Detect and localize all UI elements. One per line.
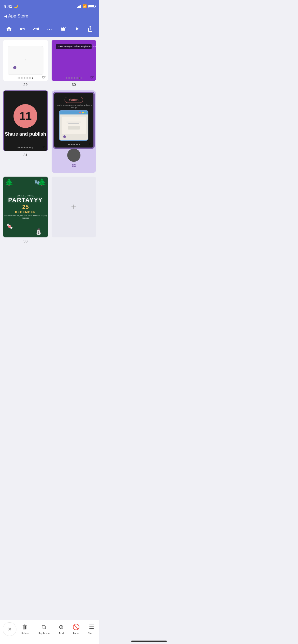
slide-31-text: Share and publish: [5, 131, 46, 137]
play-icon: [74, 26, 80, 32]
appstore-bar[interactable]: ◀ App Store: [0, 12, 99, 21]
status-time: 9:41: [4, 4, 12, 8]
page-thumb-30[interactable]: Make sure you select 'Replace current pa…: [52, 40, 96, 81]
hand-icon-32: ☞: [88, 141, 91, 146]
page-item-31[interactable]: 11 Share and publish: [3, 90, 48, 173]
christmas-text: JOIN US FOR A PARTAYYY 25 DECEMBER 123 A…: [3, 195, 48, 219]
snowman-icon: ⛄: [35, 228, 43, 235]
appstore-label: App Store: [8, 13, 28, 19]
moon-icon: 🌙: [14, 4, 18, 8]
home-button[interactable]: [3, 23, 15, 35]
page-number-32: 32: [72, 163, 76, 168]
status-left: 9:41 🌙: [4, 4, 18, 8]
page-thumb-32[interactable]: Watch How to share, present and download…: [54, 93, 94, 148]
undo-button[interactable]: [17, 23, 28, 35]
page-grid: 3 ☞ 2: [3, 40, 96, 270]
share-button[interactable]: [84, 23, 96, 35]
add-page-icon: +: [71, 201, 76, 213]
mitten-icon: 🧤: [34, 179, 40, 185]
join-us-text: JOIN US FOR A: [3, 195, 48, 197]
main-content: 3 ☞ 2: [0, 37, 99, 270]
slide-32-phone: [59, 110, 88, 141]
page-number-29: 29: [23, 82, 28, 87]
address-text: 123 ANYWHERE ST., ANY CITY RSVP JENNIFER…: [3, 215, 48, 219]
slide-31-content: 11 Share and publish: [3, 90, 48, 151]
circle-indicator: [67, 149, 80, 162]
slide-32-content: Watch How to share, present and download…: [54, 93, 94, 148]
undo-icon: [19, 26, 26, 32]
slide-33-content: 🌲 🌲 🧤 🍬 ⛄ JOIN US FOR A PARTAYYY 25 DECE…: [3, 177, 48, 237]
page-item-add[interactable]: +: [52, 177, 96, 243]
signal-bars: [77, 5, 81, 8]
redo-icon: [33, 26, 39, 32]
dots-row-29: [18, 77, 33, 79]
date-month: DECEMBER: [3, 210, 48, 214]
redo-button[interactable]: [30, 23, 42, 35]
page-thumb-31[interactable]: 11 Share and publish: [3, 90, 48, 151]
share-icon: [87, 26, 93, 32]
slide-32-selected-bg: Watch How to share, present and download…: [52, 90, 96, 173]
slide-30-tooltip: Make sure you select 'Replace current pa…: [56, 44, 92, 49]
hand-icon-31: ☞: [42, 145, 45, 150]
date-number: 25: [3, 204, 48, 210]
crown-icon: [60, 26, 66, 32]
candy-cane-icon: 🍬: [6, 223, 13, 229]
dots-row-30: [66, 77, 82, 79]
wifi-icon: 📶: [83, 4, 87, 8]
page-item-33[interactable]: 🌲 🌲 🧤 🍬 ⛄ JOIN US FOR A PARTAYYY 25 DECE…: [3, 177, 48, 243]
page-number-33: 33: [23, 239, 28, 243]
status-bar: 9:41 🌙 📶: [0, 0, 99, 12]
dots-row-31: [18, 147, 33, 149]
page-item-29[interactable]: 3 ☞ 2: [3, 40, 48, 87]
slide-32-subtitle: How to share, present and download a des…: [54, 104, 94, 109]
battery-fill: [89, 5, 94, 7]
slide-29-content: 3 ☞: [3, 40, 48, 81]
play-button[interactable]: [71, 23, 83, 35]
page-number-30: 30: [72, 82, 76, 87]
slide-30-content: Make sure you select 'Replace current pa…: [52, 40, 96, 81]
hand-icon-29: ☞: [42, 75, 46, 80]
page-thumb-add[interactable]: +: [52, 177, 96, 237]
party-text: PARTAYYY: [3, 197, 48, 204]
hand-icon-30: ☞: [90, 75, 94, 80]
page-item-32[interactable]: Watch How to share, present and download…: [52, 90, 96, 173]
slide-31-number: 11: [19, 110, 32, 122]
battery-icon: [88, 5, 95, 8]
dots-row-32: [68, 144, 80, 145]
more-button[interactable]: ···: [44, 23, 55, 35]
slide-32-watch-btn: Watch: [65, 97, 83, 103]
home-icon: [6, 26, 12, 32]
page-thumb-33[interactable]: 🌲 🌲 🧤 🍬 ⛄ JOIN US FOR A PARTAYYY 25 DECE…: [3, 177, 48, 237]
toolbar: ···: [0, 21, 99, 37]
page-thumb-29[interactable]: 3 ☞: [3, 40, 48, 81]
back-arrow-icon: ◀: [4, 14, 7, 18]
page-item-30[interactable]: Make sure you select 'Replace current pa…: [52, 40, 96, 87]
slide-34-content: +: [52, 177, 96, 237]
crown-button[interactable]: [57, 23, 69, 35]
status-right: 📶: [77, 4, 95, 8]
pine-decoration-tl: 🌲: [4, 178, 14, 187]
slide-31-circle: 11: [13, 104, 37, 128]
page-number-31: 31: [23, 153, 28, 157]
